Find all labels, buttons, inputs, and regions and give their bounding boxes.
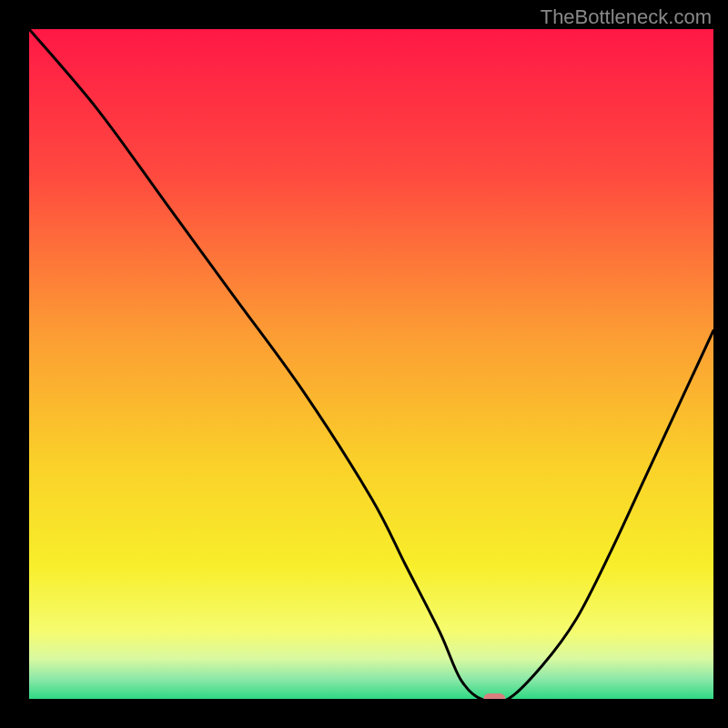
chart-container xyxy=(29,29,713,699)
watermark-text: TheBottleneck.com xyxy=(541,5,712,29)
bottleneck-curve xyxy=(29,29,713,699)
optimum-marker xyxy=(483,693,505,699)
